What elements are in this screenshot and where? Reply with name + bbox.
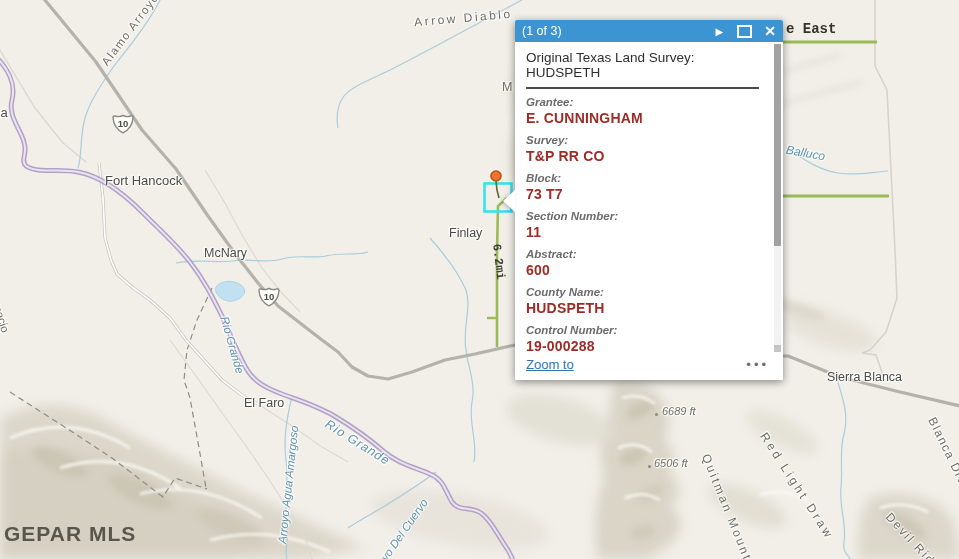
field-label: Section Number: bbox=[526, 210, 765, 223]
field-row: Block: 73 T7 bbox=[526, 172, 765, 203]
feature-popup: (1 of 3) ▶ ✕ Original Texas Land Survey:… bbox=[515, 20, 783, 380]
field-row: Grantee: E. CUNNINGHAM bbox=[526, 96, 765, 127]
interstate-10-shield: 10 bbox=[111, 113, 135, 135]
field-label: Grantee: bbox=[526, 96, 765, 109]
label-finlay: Finlay bbox=[449, 226, 482, 240]
label-elevation-6506: 6506 ft bbox=[654, 457, 688, 469]
field-value: E. CUNNINGHAM bbox=[526, 110, 765, 127]
field-label: Abstract: bbox=[526, 248, 765, 261]
zoom-to-link[interactable]: Zoom to bbox=[526, 357, 574, 372]
svg-text:10: 10 bbox=[118, 118, 129, 129]
label-fort-hancock: Fort Hancock bbox=[105, 173, 182, 188]
field-label: County Name: bbox=[526, 286, 765, 299]
popup-header: (1 of 3) ▶ ✕ bbox=[515, 20, 783, 42]
field-row: County Name: HUDSPETH bbox=[526, 286, 765, 317]
label-partial-za: za bbox=[0, 105, 8, 120]
popup-body: Original Texas Land Survey: HUDSPETH Gra… bbox=[515, 42, 783, 362]
popup-scrollbar-thumb[interactable] bbox=[774, 44, 781, 246]
peak-dot-icon bbox=[655, 413, 658, 416]
field-value: T&P RR CO bbox=[526, 148, 765, 165]
lake bbox=[215, 281, 244, 301]
field-value: 11 bbox=[526, 224, 765, 241]
popup-pagination: (1 of 3) bbox=[522, 24, 562, 38]
field-label: Control Number: bbox=[526, 324, 765, 337]
popup-tail bbox=[503, 190, 515, 212]
label-partial-m: M bbox=[502, 80, 512, 94]
peak-dot-icon bbox=[648, 465, 651, 468]
field-row: Abstract: 600 bbox=[526, 248, 765, 279]
field-row: Control Number: 19-000288 bbox=[526, 324, 765, 355]
close-icon[interactable]: ✕ bbox=[764, 22, 776, 40]
field-value: 73 T7 bbox=[526, 186, 765, 203]
map-canvas[interactable]: 10 10 Alamo Arroyo Arrow Diablo M Fort H… bbox=[0, 0, 959, 559]
popup-title: Original Texas Land Survey: HUDSPETH bbox=[526, 50, 759, 89]
maximize-icon[interactable] bbox=[737, 25, 752, 38]
next-feature-icon[interactable]: ▶ bbox=[716, 22, 724, 40]
label-el-faro: El Faro bbox=[244, 396, 284, 410]
popup-footer: Zoom to ••• bbox=[515, 352, 783, 380]
interstate-10-shield: 10 bbox=[257, 286, 281, 308]
field-value: HUDSPETH bbox=[526, 300, 765, 317]
ellipsis-icon[interactable]: ••• bbox=[746, 357, 769, 372]
label-elevation-6689: 6689 ft bbox=[662, 405, 696, 417]
field-label: Block: bbox=[526, 172, 765, 185]
field-row: Section Number: 11 bbox=[526, 210, 765, 241]
label-quad-east: e East bbox=[786, 21, 836, 37]
label-sierra-blanca: Sierra Blanca bbox=[827, 370, 902, 384]
svg-text:10: 10 bbox=[264, 291, 275, 302]
popup-scrollbar[interactable] bbox=[774, 44, 781, 356]
field-row: Survey: T&P RR CO bbox=[526, 134, 765, 165]
map-art bbox=[0, 0, 959, 559]
watermark-gepar-mls: GEPAR MLS bbox=[4, 522, 136, 546]
field-label: Survey: bbox=[526, 134, 765, 147]
label-mcnary: McNary bbox=[204, 246, 247, 260]
field-value: 600 bbox=[526, 262, 765, 279]
